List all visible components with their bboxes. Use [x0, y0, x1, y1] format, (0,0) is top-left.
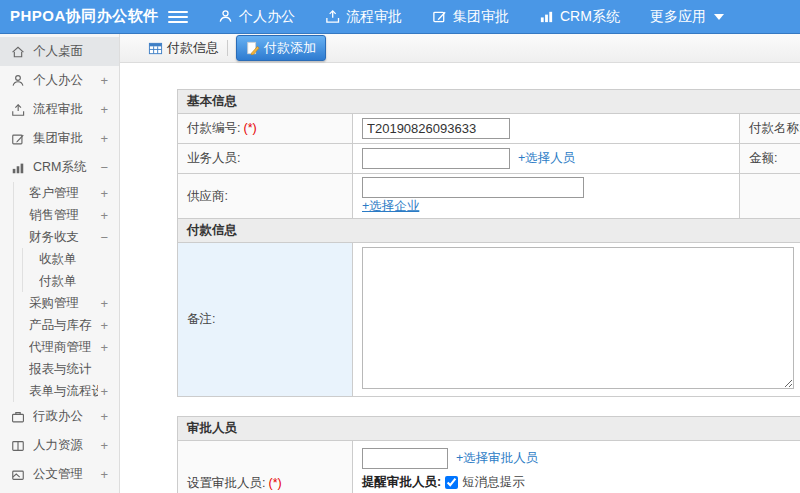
expand-plus[interactable]: +: [98, 384, 108, 399]
expand-plus[interactable]: +: [98, 102, 108, 117]
required-mark: (*): [268, 476, 281, 490]
tab-payment-add-active[interactable]: 付款添加: [236, 35, 326, 61]
nav-more-apps[interactable]: 更多应用: [650, 8, 724, 26]
sidebar-item-reports-stats[interactable]: 报表与统计: [14, 358, 119, 380]
document-icon: [11, 468, 26, 482]
tab-divider: [227, 40, 228, 56]
nav-label: 更多应用: [650, 8, 706, 26]
sidebar-item-sales-mgmt[interactable]: 销售管理 +: [14, 204, 119, 226]
expand-minus[interactable]: −: [98, 160, 108, 175]
remind-approver-label: 提醒审批人员:: [362, 474, 441, 491]
nav-crm-system[interactable]: CRM系统: [539, 8, 620, 26]
payment-form-table: 基本信息 付款编号:(*) 付款名称:(*) 业务人员:: [177, 89, 800, 397]
approver-field-cell: +选择审批人员 提醒审批人员: 短消息提示 注: 流程第一步审批人员，这里选择你…: [353, 441, 800, 493]
sidebar-item-form-flow-settings[interactable]: 表单与流程设置 +: [14, 380, 119, 402]
pay-no-field-cell: [353, 114, 740, 144]
expand-plus[interactable]: +: [98, 131, 108, 146]
section-header-approver: 审批人员: [178, 417, 800, 441]
app-title: PHPOA协同办公软件: [0, 7, 168, 26]
sidebar-item-admin-office[interactable]: 行政办公 +: [0, 402, 119, 431]
sidebar-item-label: CRM系统: [33, 159, 98, 176]
expand-plus[interactable]: +: [98, 73, 108, 88]
briefcase-icon: [11, 410, 26, 424]
edit-icon: [11, 132, 26, 146]
sidebar-item-personal-office[interactable]: 个人办公 +: [0, 66, 119, 95]
sidebar-item-document-mgmt[interactable]: 公文管理 +: [0, 460, 119, 489]
user-icon: [11, 74, 26, 88]
top-bar: PHPOA协同办公软件 个人办公 流程审批: [0, 0, 800, 34]
expand-plus[interactable]: +: [98, 208, 108, 223]
sidebar-item-group-approval[interactable]: 集团审批 +: [0, 124, 119, 153]
sms-notify-checkbox[interactable]: [445, 476, 458, 489]
expand-plus[interactable]: +: [98, 186, 108, 201]
hamburger-menu-icon[interactable]: [168, 11, 188, 23]
pay-no-input[interactable]: [362, 118, 510, 139]
expand-plus[interactable]: +: [98, 438, 108, 453]
share-icon: [11, 103, 26, 117]
sidebar-item-customer-mgmt[interactable]: 客户管理 +: [14, 182, 119, 204]
sidebar-item-receipt-order[interactable]: 收款单: [23, 248, 119, 270]
business-person-input[interactable]: [362, 148, 510, 169]
select-approver-link[interactable]: +选择审批人员: [456, 450, 538, 467]
sidebar-item-personal-desktop[interactable]: 个人桌面: [0, 37, 119, 66]
nav-personal-office[interactable]: 个人办公: [218, 8, 295, 26]
sidebar-item-payment-order[interactable]: 付款单: [23, 270, 119, 292]
supplier-field-cell: +选择企业: [353, 174, 740, 219]
approver-table: 审批人员 设置审批人员:(*) +选择审批人员 提醒审批人员:: [177, 416, 800, 493]
sidebar: 个人桌面 个人办公 + 流程审批 +: [0, 34, 120, 493]
nav-process-approval[interactable]: 流程审批: [325, 8, 402, 26]
section-header-payment-info: 付款信息: [178, 219, 800, 243]
select-company-link[interactable]: +选择企业: [362, 199, 419, 213]
sidebar-item-label: 个人办公: [33, 72, 98, 89]
edit-page-icon: [246, 41, 260, 55]
sidebar-item-label: 个人桌面: [33, 43, 106, 60]
sidebar-item-human-resources[interactable]: 人力资源 +: [0, 431, 119, 460]
approver-input[interactable]: [362, 448, 448, 469]
bar-chart-icon: [539, 9, 554, 24]
expand-plus[interactable]: +: [98, 296, 108, 311]
tab-strip: 付款信息 付款添加: [120, 34, 800, 63]
main-content: 付款信息 付款添加 基本信息 付款编号:(*): [120, 34, 800, 493]
required-mark: (*): [243, 121, 256, 135]
section-header-basic-info: 基本信息: [178, 90, 800, 114]
approver-label-cell: 设置审批人员:(*): [178, 441, 353, 493]
nav-label: CRM系统: [560, 8, 620, 26]
tab-payment-info[interactable]: 付款信息: [148, 39, 219, 57]
select-person-link[interactable]: +选择人员: [518, 150, 575, 167]
expand-plus[interactable]: +: [98, 318, 108, 333]
finance-submenu: 收款单 付款单: [22, 248, 119, 292]
nav-label: 个人办公: [239, 8, 295, 26]
sidebar-item-label: 人力资源: [33, 437, 98, 454]
remark-field-cell: [353, 243, 800, 397]
nav-label: 流程审批: [346, 8, 402, 26]
supplier-right-cell: [740, 174, 800, 219]
sidebar-item-agent-mgmt[interactable]: 代理商管理 +: [14, 336, 119, 358]
remark-textarea[interactable]: [362, 247, 794, 389]
table-icon: [148, 41, 163, 56]
supplier-input[interactable]: [362, 177, 584, 198]
top-nav: 个人办公 流程审批 集团审批 CRM系统: [218, 8, 724, 26]
expand-plus[interactable]: +: [98, 340, 108, 355]
sms-notify-label: 短消息提示: [462, 474, 525, 491]
remark-label-cell: 备注:: [178, 243, 353, 397]
crm-submenu: 客户管理 + 销售管理 + 财务收支 − 收款单 付款单 采购管理: [13, 182, 119, 402]
edit-icon: [432, 9, 447, 24]
sidebar-item-crm-system[interactable]: CRM系统 −: [0, 153, 119, 182]
book-icon: [11, 439, 26, 453]
sidebar-item-finance-inout[interactable]: 财务收支 −: [14, 226, 119, 248]
sidebar-item-product-stock[interactable]: 产品与库存 +: [14, 314, 119, 336]
sidebar-item-label: 集团审批: [33, 130, 98, 147]
user-icon: [218, 9, 233, 24]
sidebar-item-purchase-mgmt[interactable]: 采购管理 +: [14, 292, 119, 314]
share-icon: [325, 9, 340, 24]
nav-group-approval[interactable]: 集团审批: [432, 8, 509, 26]
expand-minus[interactable]: −: [98, 230, 108, 245]
sidebar-item-label: 流程审批: [33, 101, 98, 118]
expand-plus[interactable]: +: [98, 409, 108, 424]
nav-label: 集团审批: [453, 8, 509, 26]
form-area: 基本信息 付款编号:(*) 付款名称:(*) 业务人员:: [120, 63, 800, 493]
sidebar-item-label: 行政办公: [33, 408, 98, 425]
sidebar-item-process-approval[interactable]: 流程审批 +: [0, 95, 119, 124]
expand-plus[interactable]: +: [98, 467, 108, 482]
bar-chart-icon: [11, 161, 26, 175]
